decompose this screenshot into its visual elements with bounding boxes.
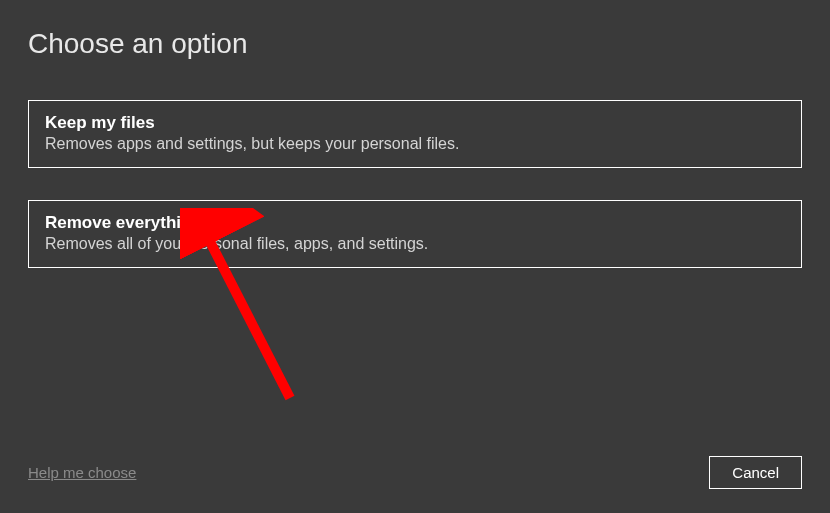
option-remove-everything[interactable]: Remove everything Removes all of your pe… (28, 200, 802, 268)
cancel-button[interactable]: Cancel (709, 456, 802, 489)
option-title: Keep my files (45, 113, 785, 133)
page-title: Choose an option (28, 28, 802, 60)
option-description: Removes apps and settings, but keeps you… (45, 135, 785, 153)
option-keep-my-files[interactable]: Keep my files Removes apps and settings,… (28, 100, 802, 168)
help-me-choose-link[interactable]: Help me choose (28, 464, 136, 481)
option-description: Removes all of your personal files, apps… (45, 235, 785, 253)
option-title: Remove everything (45, 213, 785, 233)
